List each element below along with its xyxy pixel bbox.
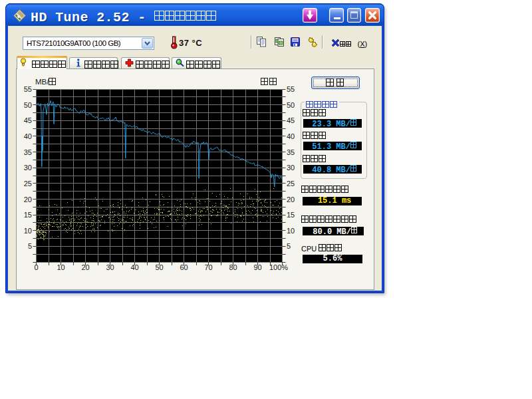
- svg-text:45: 45: [24, 116, 32, 124]
- svg-text:55: 55: [24, 85, 32, 93]
- svg-text:0: 0: [34, 263, 38, 271]
- svg-text:50: 50: [287, 101, 295, 109]
- svg-text:50: 50: [155, 263, 163, 271]
- svg-text:20: 20: [287, 196, 295, 203]
- svg-text:10: 10: [287, 227, 295, 235]
- svg-text:MB/: MB/: [35, 78, 49, 86]
- svg-text:30: 30: [287, 164, 295, 172]
- svg-text:35: 35: [24, 148, 32, 156]
- svg-text:55: 55: [287, 85, 295, 93]
- svg-text:90: 90: [253, 263, 261, 271]
- svg-text:25: 25: [287, 180, 295, 188]
- svg-text:45: 45: [287, 116, 295, 124]
- svg-text:40: 40: [287, 132, 295, 140]
- svg-text:40: 40: [24, 132, 32, 140]
- svg-text:70: 70: [204, 263, 212, 271]
- svg-text:5: 5: [287, 242, 291, 250]
- svg-text:25: 25: [24, 180, 32, 188]
- svg-text:60: 60: [180, 263, 188, 271]
- svg-text:20: 20: [81, 263, 89, 271]
- svg-text:10: 10: [24, 227, 32, 235]
- svg-text:35: 35: [287, 148, 295, 156]
- svg-text:5: 5: [28, 242, 32, 250]
- svg-text:80: 80: [229, 263, 237, 271]
- svg-text:20: 20: [24, 196, 32, 203]
- svg-text:100%: 100%: [269, 263, 288, 271]
- svg-text:15: 15: [24, 211, 32, 219]
- svg-text:30: 30: [24, 164, 32, 172]
- svg-text:10: 10: [57, 263, 65, 271]
- svg-text:30: 30: [106, 263, 114, 271]
- svg-text:40: 40: [130, 263, 138, 271]
- svg-text:50: 50: [24, 101, 32, 109]
- svg-text:15: 15: [287, 211, 295, 219]
